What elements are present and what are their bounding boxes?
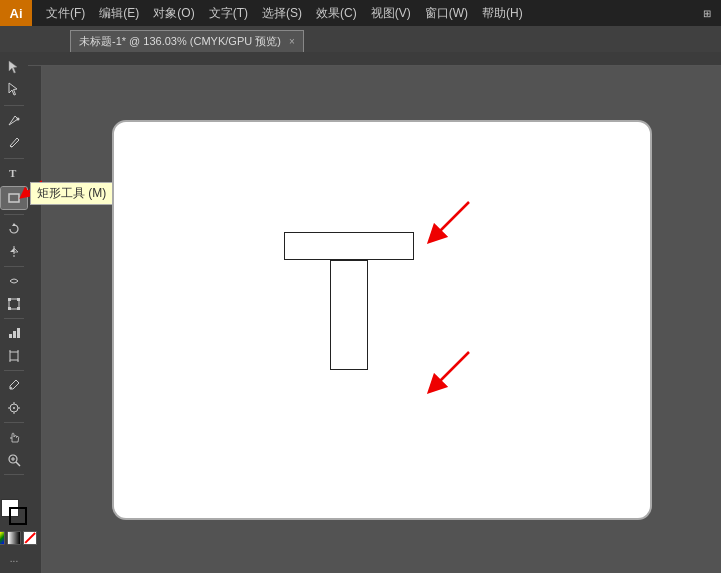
window-controls: ⊞ xyxy=(697,3,717,23)
separator-4 xyxy=(4,266,24,267)
eyedropper-tool[interactable] xyxy=(1,374,27,396)
direct-selection-tool[interactable] xyxy=(1,78,27,100)
separator-1 xyxy=(4,105,24,106)
t-horizontal-bar xyxy=(284,232,414,260)
annotation-arrow-2 xyxy=(414,347,474,407)
pencil-tool[interactable] xyxy=(1,131,27,153)
svg-point-24 xyxy=(10,387,12,389)
svg-marker-1 xyxy=(9,83,17,95)
svg-rect-15 xyxy=(17,307,20,310)
menu-help[interactable]: 帮助(H) xyxy=(476,3,529,24)
svg-line-39 xyxy=(434,352,469,387)
svg-rect-4 xyxy=(9,194,19,202)
svg-point-2 xyxy=(17,118,20,121)
color-swatches: ... xyxy=(0,499,37,573)
pen-tool[interactable] xyxy=(1,109,27,131)
artboard-tool[interactable] xyxy=(1,345,27,367)
type-tool-group: T xyxy=(0,162,28,184)
svg-text:T: T xyxy=(9,167,17,179)
selection-tool[interactable] xyxy=(1,56,27,78)
free-transform-tool[interactable] xyxy=(1,293,27,315)
ai-logo: Ai xyxy=(0,0,32,26)
type-tool[interactable]: T xyxy=(1,162,27,184)
tab-bar: 未标题-1* @ 136.03% (CMYK/GPU 预览) × xyxy=(0,26,721,52)
canvas-area[interactable] xyxy=(42,66,721,573)
hand-tool[interactable] xyxy=(1,426,27,448)
svg-point-26 xyxy=(13,407,15,409)
annotation-arrow-1 xyxy=(414,197,474,257)
title-bar: Ai 文件(F) 编辑(E) 对象(O) 文字(T) 选择(S) 效果(C) 视… xyxy=(0,0,721,26)
svg-marker-0 xyxy=(9,61,17,73)
rectangle-tool[interactable] xyxy=(1,187,27,209)
svg-line-33 xyxy=(16,462,20,466)
menu-object[interactable]: 对象(O) xyxy=(147,3,200,24)
more-tools-button[interactable]: ... xyxy=(1,547,27,569)
menu-select[interactable]: 选择(S) xyxy=(256,3,308,24)
svg-rect-16 xyxy=(9,334,12,338)
graph-tool[interactable] xyxy=(1,322,27,344)
menu-bar: 文件(F) 编辑(E) 对象(O) 文字(T) 选择(S) 效果(C) 视图(V… xyxy=(32,3,697,24)
grid-icon[interactable]: ⊞ xyxy=(697,3,717,23)
left-toolbar: T 矩形工具 (M) xyxy=(0,52,28,573)
color-mode-icons: ... xyxy=(0,529,37,569)
color-icon[interactable] xyxy=(0,531,5,545)
fill-stroke-area[interactable] xyxy=(1,499,27,525)
menu-window[interactable]: 窗口(W) xyxy=(419,3,474,24)
rotate-tool[interactable] xyxy=(1,218,27,240)
separator-7 xyxy=(4,422,24,423)
separator-8 xyxy=(4,474,24,475)
separator-2 xyxy=(4,158,24,159)
canvas-with-rulers xyxy=(28,52,721,573)
svg-rect-12 xyxy=(8,298,11,301)
menu-view[interactable]: 视图(V) xyxy=(365,3,417,24)
none-icon[interactable] xyxy=(23,531,37,545)
menu-text[interactable]: 文字(T) xyxy=(203,3,254,24)
main-layout: T 矩形工具 (M) xyxy=(0,52,721,573)
svg-rect-13 xyxy=(17,298,20,301)
selection-tool-group xyxy=(0,56,28,100)
mirror-tool[interactable] xyxy=(1,241,27,263)
gradient-icon[interactable] xyxy=(7,531,21,545)
horizontal-ruler xyxy=(28,52,721,66)
t-vertical-bar xyxy=(330,260,368,370)
menu-effect[interactable]: 效果(C) xyxy=(310,3,363,24)
stroke-color-box[interactable] xyxy=(9,507,27,525)
svg-rect-14 xyxy=(8,307,11,310)
warp-tool[interactable] xyxy=(1,270,27,292)
svg-rect-19 xyxy=(10,352,18,360)
menu-edit[interactable]: 编辑(E) xyxy=(93,3,145,24)
svg-marker-9 xyxy=(10,248,14,252)
pen-tool-group xyxy=(0,109,28,153)
vertical-ruler xyxy=(28,66,42,573)
separator-6 xyxy=(4,370,24,371)
document-canvas xyxy=(112,120,652,520)
menu-file[interactable]: 文件(F) xyxy=(40,3,91,24)
active-tab[interactable]: 未标题-1* @ 136.03% (CMYK/GPU 预览) × xyxy=(70,30,304,52)
zoom-tool[interactable] xyxy=(1,449,27,471)
svg-rect-17 xyxy=(13,331,16,338)
svg-rect-18 xyxy=(17,328,20,338)
tab-title: 未标题-1* @ 136.03% (CMYK/GPU 预览) xyxy=(79,34,281,49)
svg-marker-10 xyxy=(14,248,18,252)
tab-close-button[interactable]: × xyxy=(289,36,295,47)
measure-tool[interactable] xyxy=(1,397,27,419)
canvas-row xyxy=(28,66,721,573)
svg-line-37 xyxy=(434,202,469,237)
svg-marker-7 xyxy=(12,223,16,226)
separator-3 xyxy=(4,214,24,215)
separator-5 xyxy=(4,318,24,319)
